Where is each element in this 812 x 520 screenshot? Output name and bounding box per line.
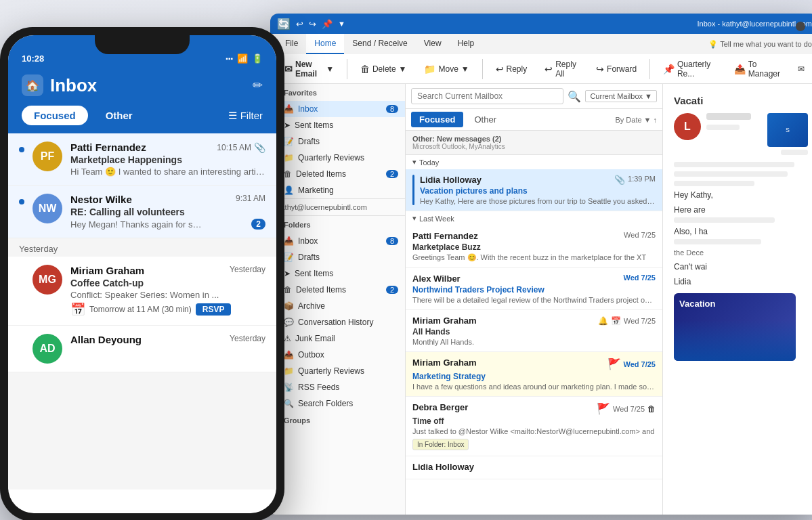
subfolder-archive[interactable]: 📦 Archive bbox=[270, 298, 405, 314]
phone-tab-focused[interactable]: Focused bbox=[22, 106, 88, 125]
subfolder-conversation[interactable]: 💬 Conversation History bbox=[270, 314, 405, 330]
redo-icon[interactable]: ↪ bbox=[309, 19, 316, 29]
subfolder-sent[interactable]: ➤ Sent Items bbox=[270, 265, 405, 282]
forward-button[interactable]: ↪ Forward bbox=[589, 60, 644, 78]
search-icon[interactable]: 🔍 bbox=[568, 90, 581, 103]
tab-view[interactable]: View bbox=[416, 34, 450, 54]
subfolder-deleted-badge: 2 bbox=[386, 286, 398, 294]
folder-drafts[interactable]: 📝 Drafts bbox=[270, 133, 405, 150]
drafts-icon: 📝 bbox=[284, 137, 294, 146]
tab-home[interactable]: Home bbox=[306, 34, 344, 54]
email-row-miriam-allhands[interactable]: Miriam Graham 🔔 📅 Wed 7/25 All Hands Mon… bbox=[406, 310, 662, 352]
reply-icon: ↩ bbox=[496, 64, 504, 74]
tablet-camera bbox=[796, 22, 805, 31]
archive-icon: 📦 bbox=[284, 301, 294, 311]
favorites-header[interactable]: ▾ Favorites bbox=[270, 84, 405, 101]
new-email-button[interactable]: ✉ New Email ▼ bbox=[277, 56, 341, 82]
pin-icon[interactable]: 📌 bbox=[322, 19, 333, 29]
email-content-miriam-ah: Miriam Graham 🔔 📅 Wed 7/25 All Hands Mon… bbox=[412, 316, 656, 346]
email-row-lidia-today[interactable]: Lidia Holloway 📎 1:39 PM Vacation pictur… bbox=[406, 169, 662, 211]
phone-email-allan[interactable]: AD Allan Deyoung Yesterday bbox=[8, 326, 276, 372]
move-button[interactable]: 📁 Move ▼ bbox=[416, 60, 476, 78]
email-content-lidia-bottom: Lidia Holloway bbox=[412, 462, 656, 473]
unread-indicator bbox=[19, 147, 24, 152]
email-content-debra: Debra Berger 🚩 Wed 7/25 🗑 Time off Just … bbox=[412, 402, 656, 450]
subfolder-drafts[interactable]: 📝 Drafts bbox=[270, 249, 405, 265]
email-row-debra[interactable]: Debra Berger 🚩 Wed 7/25 🗑 Time off Just … bbox=[406, 397, 662, 456]
email-row-patti[interactable]: Patti Fernandez Wed 7/25 Marketplace Buz… bbox=[406, 225, 662, 268]
tab-other[interactable]: Other bbox=[466, 112, 505, 127]
email-row-miriam-marketing[interactable]: Miriam Graham 🚩 Wed 7/25 Marketing Strat… bbox=[406, 352, 662, 397]
phone-email-patti[interactable]: PF Patti Fernandez 10:15 AM 📎 Marketplac… bbox=[8, 133, 276, 186]
phone-email-nestor[interactable]: NW Nestor Wilke 9:31 AM RE: Calling all … bbox=[8, 186, 276, 238]
ribbon-tabs: File Home Send / Receive View Help 💡 Tel… bbox=[270, 34, 812, 54]
avatar-patti: PF bbox=[33, 142, 62, 171]
delete-button[interactable]: 🗑 Delete ▼ bbox=[353, 60, 414, 78]
delete-email-icon[interactable]: 🗑 bbox=[647, 404, 656, 414]
reading-body-fill1 bbox=[674, 217, 775, 223]
dropdown-arrow[interactable]: ▼ bbox=[338, 20, 345, 28]
subfolder-search[interactable]: 🔍 Search Folders bbox=[270, 395, 405, 412]
reply-button[interactable]: ↩ Reply bbox=[488, 60, 535, 78]
groups-header[interactable]: ▸ Groups bbox=[270, 412, 405, 429]
phone-tab-other[interactable]: Other bbox=[93, 106, 145, 125]
reading-body-2 bbox=[674, 171, 788, 177]
vacation-overlay-title: Vacation bbox=[679, 299, 715, 309]
subfolder-deleted[interactable]: 🗑 Deleted Items 2 bbox=[270, 282, 405, 298]
tab-focused[interactable]: Focused bbox=[411, 112, 463, 127]
email-content-miriam-mkt: Miriam Graham 🚩 Wed 7/25 Marketing Strat… bbox=[412, 358, 656, 391]
avatar-nestor: NW bbox=[33, 194, 62, 223]
collapse-lastweek-icon: ▾ bbox=[412, 214, 416, 223]
new-email-icon: ✉ bbox=[284, 64, 293, 74]
to-manager-icon: 📤 bbox=[734, 64, 746, 74]
email-address-bar: kathyt@lucernepubintl.com bbox=[270, 198, 405, 216]
other-messages-bar[interactable]: Other: New messages (2) Microsoft Outloo… bbox=[406, 131, 662, 155]
edit-icon[interactable]: ✏ bbox=[253, 78, 263, 93]
dropdown-arrow-icon: ▼ bbox=[461, 64, 469, 74]
outlook-titlebar: 🔄 ↩ ↪ 📌 ▼ Inbox - kathyt@lucernepubintl.… bbox=[270, 14, 812, 34]
subfolder-rss[interactable]: 📡 RSS Feeds bbox=[270, 379, 405, 395]
undo-icon[interactable]: ↩ bbox=[296, 19, 303, 29]
wifi-icon: 📶 bbox=[237, 53, 248, 64]
today-section: ▾ Today bbox=[406, 155, 662, 169]
phone-filter[interactable]: ☰ Filter bbox=[228, 110, 263, 122]
quarterly-button[interactable]: 📌 Quarterly Re... bbox=[656, 56, 724, 82]
junk-icon: ⚠ bbox=[284, 334, 291, 343]
quarterly-icon: 📌 bbox=[663, 64, 675, 74]
message-tabs: Focused Other By Date ▼ ↑ bbox=[406, 109, 662, 131]
email-row-lidia-bottom[interactable]: Lidia Holloway bbox=[406, 456, 662, 479]
rsvp-button[interactable]: RSVP bbox=[196, 303, 232, 316]
folder-marketing[interactable]: 👤 Marketing bbox=[270, 182, 405, 198]
in-folder-badge: In Folder: Inbox bbox=[412, 439, 469, 450]
more-icon: ✉ bbox=[798, 64, 805, 74]
folder-sent[interactable]: ➤ Sent Items bbox=[270, 117, 405, 133]
reply-all-button[interactable]: ↩ Reply All bbox=[537, 56, 586, 82]
folder-inbox[interactable]: 📥 Inbox 8 bbox=[270, 101, 405, 117]
tab-help[interactable]: Help bbox=[450, 34, 483, 54]
reading-meta-1 bbox=[781, 150, 808, 155]
email-content-miriam-phone: Miriam Graham Yesterday Coffee Catch-up … bbox=[70, 265, 265, 317]
subfolder-junk[interactable]: ⚠ Junk Email bbox=[270, 330, 405, 347]
email-content-allan-phone: Allan Deyoung Yesterday bbox=[70, 334, 265, 347]
reading-greeting: Hey Kathy, bbox=[674, 190, 808, 200]
calendar-email-icon: 📅 bbox=[611, 316, 621, 326]
folder-quarterly[interactable]: 📁 Quarterly Reviews bbox=[270, 150, 405, 166]
subfolder-quarterly[interactable]: 📁 Quarterly Reviews bbox=[270, 363, 405, 379]
tab-send-receive[interactable]: Send / Receive bbox=[344, 34, 415, 54]
subfolder-inbox[interactable]: 📥 Inbox 8 bbox=[270, 233, 405, 249]
last-week-section: ▾ Last Week bbox=[406, 211, 662, 225]
more-button[interactable]: ✉ bbox=[790, 61, 812, 77]
mailbox-dropdown[interactable]: Current Mailbox ▼ bbox=[585, 90, 657, 102]
delete-icon: 🗑 bbox=[360, 64, 370, 74]
phone-email-miriam[interactable]: MG Miriam Graham Yesterday Coffee Catch-… bbox=[8, 257, 276, 326]
tell-me-search[interactable]: 💡 Tell me what you want to do bbox=[708, 40, 812, 49]
email-row-alex[interactable]: Alex Wilber Wed 7/25 Northwind Traders P… bbox=[406, 268, 662, 310]
to-manager-button[interactable]: 📤 To Manager bbox=[727, 56, 788, 82]
search-input[interactable] bbox=[411, 88, 563, 104]
folders-header[interactable]: ▾ Folders bbox=[270, 216, 405, 233]
subfolder-outbox[interactable]: 📤 Outbox bbox=[270, 347, 405, 363]
phone-email-list: PF Patti Fernandez 10:15 AM 📎 Marketplac… bbox=[8, 133, 276, 490]
sort-control[interactable]: By Date ▼ ↑ bbox=[615, 116, 657, 124]
status-time: 10:28 bbox=[22, 53, 226, 64]
folder-deleted[interactable]: 🗑 Deleted Items 2 bbox=[270, 166, 405, 182]
